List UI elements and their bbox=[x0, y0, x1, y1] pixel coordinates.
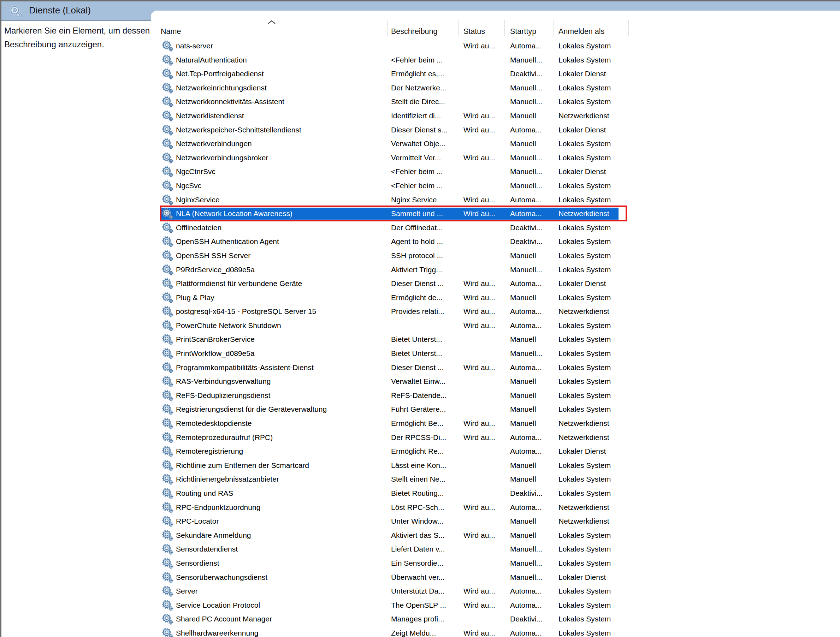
service-row[interactable]: Netzwerklistendienst Identifiziert di...… bbox=[151, 109, 840, 123]
table-header: Name Beschreibung Status Starttyp Anmeld… bbox=[151, 11, 840, 39]
service-row[interactable]: OpenSSH SSH Server SSH protocol ... Manu… bbox=[151, 249, 840, 263]
service-starttype: Manuell... bbox=[510, 179, 554, 193]
service-row[interactable]: Server Unterstützt Da... Wird au... Auto… bbox=[151, 584, 840, 598]
service-row[interactable]: Sensordatendienst Liefert Daten v... Man… bbox=[151, 542, 840, 556]
service-starttype: Manuell... bbox=[510, 542, 554, 556]
service-name: Netzwerkverbindungsbroker bbox=[176, 151, 384, 165]
service-gear-icon bbox=[162, 501, 174, 513]
service-row[interactable]: Routing und RAS Bietet Routing... Deakti… bbox=[151, 486, 840, 500]
service-row[interactable]: postgresql-x64-15 - PostgreSQL Server 15… bbox=[151, 304, 840, 318]
column-separator[interactable] bbox=[458, 20, 458, 36]
service-row[interactable]: P9RdrService_d089e5a Aktiviert Trigg... … bbox=[151, 263, 840, 277]
service-description: Bietet Unterst... bbox=[391, 346, 460, 361]
column-separator[interactable] bbox=[628, 20, 629, 36]
service-row[interactable]: Remoteregistrierung Ermöglicht Re... Aut… bbox=[151, 444, 840, 458]
column-header-status[interactable]: Status bbox=[463, 27, 485, 36]
service-status bbox=[463, 249, 505, 263]
service-row[interactable]: Shared PC Account Manager Manages profi.… bbox=[151, 612, 840, 626]
service-description: Ermöglicht de... bbox=[391, 291, 460, 305]
service-starttype: Automa... bbox=[510, 123, 554, 137]
service-row[interactable]: Netzwerkkonnektivitäts-Assistent Stellt … bbox=[151, 95, 840, 109]
service-starttype: Deaktivi... bbox=[510, 67, 554, 81]
chevron-up-icon bbox=[267, 20, 276, 26]
service-description: Ermöglicht Be... bbox=[391, 416, 460, 430]
service-status: Wird au... bbox=[463, 39, 505, 53]
service-row[interactable]: PowerChute Network Shutdown Wird au... A… bbox=[151, 318, 840, 333]
service-logon-as: Lokales System bbox=[559, 318, 635, 333]
column-header-anmelden-als[interactable]: Anmelden als bbox=[559, 27, 605, 36]
service-row[interactable]: Sekundäre Anmeldung Aktiviert das S... W… bbox=[151, 528, 840, 542]
service-row[interactable]: NginxService Nginx Service Wird au... Au… bbox=[151, 193, 840, 207]
service-row[interactable]: Netzwerkverbindungen Verwaltet Obje... M… bbox=[151, 137, 840, 151]
service-starttype: Automa... bbox=[510, 276, 554, 291]
service-row[interactable]: Sensorüberwachungsdienst Überwacht ver..… bbox=[151, 570, 840, 584]
service-row[interactable]: RAS-Verbindungsverwaltung Verwaltet Einw… bbox=[151, 374, 840, 388]
service-status: Wird au... bbox=[463, 500, 505, 514]
service-status bbox=[463, 486, 505, 500]
service-description: Dieser Dienst s... bbox=[391, 123, 460, 137]
service-row[interactable]: Netzwerkverbindungsbroker Vermittelt Ver… bbox=[151, 151, 840, 165]
service-row[interactable]: OpenSSH Authentication Agent Agent to ho… bbox=[151, 235, 840, 249]
service-row[interactable]: Netzwerkeinrichtungsdienst Der Netzwerke… bbox=[151, 81, 840, 95]
service-name: Richtlinienergebnissatzanbieter bbox=[176, 472, 384, 486]
service-status: Wird au... bbox=[463, 151, 505, 165]
service-name: NaturalAuthentication bbox=[176, 53, 384, 67]
service-gear-icon bbox=[162, 264, 174, 276]
service-starttype: Manuell... bbox=[510, 53, 554, 67]
service-row[interactable]: Sensordienst Ein Sensordie... Manuell...… bbox=[151, 556, 840, 570]
service-name: NginxService bbox=[176, 193, 384, 207]
service-row[interactable]: Programmkompatibilitäts-Assistent-Dienst… bbox=[151, 361, 840, 375]
service-row[interactable]: Plug & Play Ermöglicht de... Wird au... … bbox=[151, 291, 840, 305]
service-description: Führt Gerätere... bbox=[391, 402, 460, 416]
service-status: Wird au... bbox=[463, 304, 505, 318]
column-separator[interactable] bbox=[504, 20, 505, 36]
service-row[interactable]: PrintWorkflow_d089e5a Bietet Unterst... … bbox=[151, 346, 840, 361]
service-logon-as: Lokales System bbox=[559, 361, 635, 375]
service-row[interactable]: NgcSvc <Fehler beim ... Manuell... Lokal… bbox=[151, 179, 840, 193]
service-status bbox=[463, 332, 505, 346]
service-description: Stellt einen Ne... bbox=[391, 472, 460, 486]
service-gear-icon bbox=[162, 82, 174, 94]
service-row[interactable]: Registrierungsdienst für die Geräteverwa… bbox=[151, 402, 840, 416]
service-starttype: Manuell... bbox=[510, 570, 554, 584]
service-row[interactable]: NLA (Network Location Awareness) Sammelt… bbox=[151, 207, 840, 221]
service-row[interactable]: Remotedesktopdienste Ermöglicht Be... Wi… bbox=[151, 416, 840, 430]
service-row[interactable]: Shellhardwareerkennung Zeigt Meldu... Wi… bbox=[151, 626, 840, 637]
service-starttype: Manuell bbox=[510, 472, 554, 486]
service-gear-icon bbox=[162, 417, 174, 429]
service-row[interactable]: Netzwerkspeicher-Schnittstellendienst Di… bbox=[151, 123, 840, 137]
service-description: Verwaltet Obje... bbox=[391, 137, 460, 151]
column-header-starttyp[interactable]: Starttyp bbox=[510, 27, 536, 36]
service-starttype: Automa... bbox=[510, 430, 554, 445]
service-row[interactable]: Richtlinienergebnissatzanbieter Stellt e… bbox=[151, 472, 840, 486]
service-starttype: Manuell... bbox=[510, 81, 554, 95]
column-separator[interactable] bbox=[554, 20, 554, 36]
service-gear-icon bbox=[162, 68, 174, 80]
service-description: Ein Sensordie... bbox=[391, 556, 460, 570]
column-header-name[interactable]: Name bbox=[161, 27, 181, 36]
service-name: PrintScanBrokerService bbox=[176, 332, 384, 346]
service-row[interactable]: PrintScanBrokerService Bietet Unterst...… bbox=[151, 332, 840, 346]
service-description: Ermöglicht Re... bbox=[391, 444, 460, 458]
service-name: Richtlinie zum Entfernen der Scmartcard bbox=[176, 458, 384, 473]
service-row[interactable]: Remoteprozeduraufruf (RPC) Der RPCSS-Di.… bbox=[151, 430, 840, 445]
service-row[interactable]: ReFS-Deduplizierungsdienst ReFS-Datende.… bbox=[151, 388, 840, 402]
service-row[interactable]: Service Location Protocol The OpenSLP ..… bbox=[151, 598, 840, 612]
service-row[interactable]: Richtlinie zum Entfernen der Scmartcard … bbox=[151, 458, 840, 473]
service-row[interactable]: Net.Tcp-Portfreigabedienst Ermöglicht es… bbox=[151, 67, 840, 81]
service-name: PowerChute Network Shutdown bbox=[176, 318, 384, 333]
service-row[interactable]: NgcCtnrSvc <Fehler beim ... Manuell... L… bbox=[151, 164, 840, 179]
service-logon-as: Lokales System bbox=[559, 486, 635, 500]
description-hint-text: Markieren Sie ein Element, um dessen Bes… bbox=[4, 24, 152, 51]
window-title: Dienste (Lokal) bbox=[29, 2, 91, 20]
service-status: Wird au... bbox=[463, 193, 505, 207]
column-header-beschreibung[interactable]: Beschreibung bbox=[391, 27, 437, 36]
service-row[interactable]: NaturalAuthentication <Fehler beim ... M… bbox=[151, 53, 840, 67]
service-row[interactable]: RPC-Locator Unter Window... Manuell Netz… bbox=[151, 514, 840, 528]
column-separator[interactable] bbox=[387, 20, 387, 36]
service-row[interactable]: nats-server Wird au... Automa... Lokales… bbox=[151, 39, 840, 53]
service-row[interactable]: Plattformdienst für verbundene Geräte Di… bbox=[151, 276, 840, 291]
service-row[interactable]: RPC-Endpunktzuordnung Löst RPC-Sch... Wi… bbox=[151, 500, 840, 514]
service-status bbox=[463, 542, 505, 556]
service-row[interactable]: Offlinedateien Der Offlinedat... Deaktiv… bbox=[151, 221, 840, 235]
